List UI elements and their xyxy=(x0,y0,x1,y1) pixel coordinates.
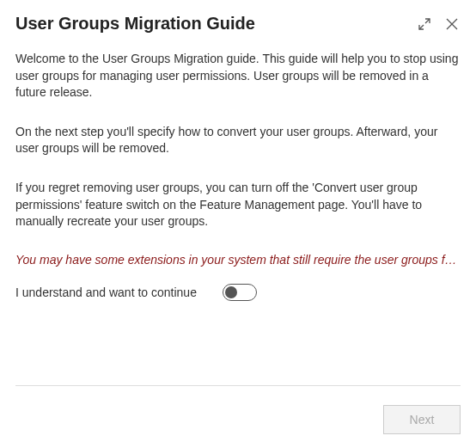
consent-toggle[interactable] xyxy=(223,284,257,301)
step-paragraph: On the next step you'll specify how to c… xyxy=(15,124,461,157)
close-icon[interactable] xyxy=(443,15,461,33)
modal-body: Welcome to the User Groups Migration gui… xyxy=(15,51,461,385)
next-button[interactable]: Next xyxy=(383,405,461,434)
migration-guide-modal: User Groups Migration Guide Welcome to t… xyxy=(0,0,476,448)
modal-header: User Groups Migration Guide xyxy=(15,14,461,34)
intro-paragraph: Welcome to the User Groups Migration gui… xyxy=(15,51,461,101)
toggle-knob xyxy=(225,286,237,298)
modal-footer: Next xyxy=(15,385,461,434)
expand-icon[interactable] xyxy=(416,15,433,33)
consent-toggle-row: I understand and want to continue xyxy=(15,284,461,301)
modal-title: User Groups Migration Guide xyxy=(15,14,255,34)
warning-text: You may have some extensions in your sys… xyxy=(15,253,461,267)
header-icon-group xyxy=(416,15,461,33)
regret-paragraph: If you regret removing user groups, you … xyxy=(15,180,461,230)
consent-toggle-label: I understand and want to continue xyxy=(15,285,197,299)
